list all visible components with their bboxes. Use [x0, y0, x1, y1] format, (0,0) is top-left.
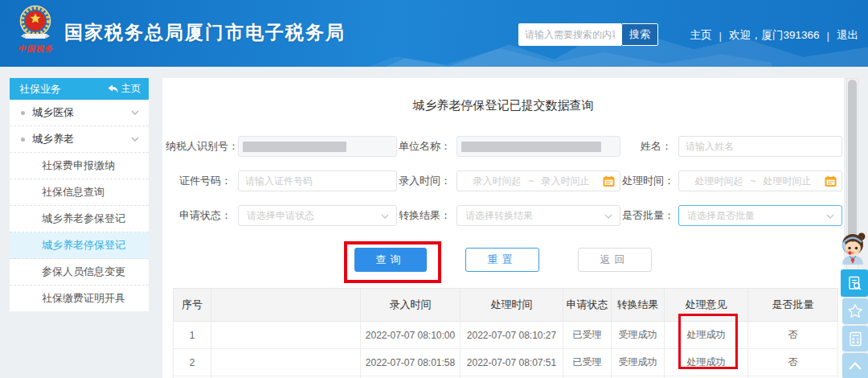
- calendar-icon[interactable]: [603, 175, 615, 187]
- scrollbar-thumb[interactable]: [848, 80, 857, 245]
- is-batch-select[interactable]: 请选择是否批量: [678, 205, 842, 226]
- table-row: 1 2022-07-07 08:10:00 2022-07-07 08:10:2…: [174, 322, 838, 349]
- tax-bureau-logo: 中国税务: [13, 4, 58, 55]
- nav-home-link[interactable]: 主页: [690, 28, 711, 43]
- sidebar-item-payment-cert[interactable]: 社保缴费证明开具: [10, 286, 149, 311]
- calendar-icon[interactable]: [825, 175, 837, 187]
- redacted-value: [461, 142, 601, 152]
- sidebar-header: 社保业务 主页: [10, 78, 149, 100]
- apply-status-select[interactable]: 请选择申请状态: [238, 205, 397, 226]
- separator: |: [719, 30, 722, 42]
- header-search-button[interactable]: 搜索: [621, 23, 658, 46]
- is-batch-label: 是否批量：: [622, 208, 677, 223]
- col-apply-status: 申请状态: [563, 289, 612, 322]
- table-row: 2 2022-07-07 08:01:58 2022-07-07 08:07:5…: [174, 349, 838, 376]
- col-process-remark: 处理意见: [665, 289, 748, 322]
- calculator-icon: [848, 331, 863, 347]
- sidebar-group-urban-pension[interactable]: 城乡养老: [10, 126, 149, 153]
- unit-name-label: 单位名称：: [399, 139, 455, 154]
- document-search-tool[interactable]: [841, 269, 868, 297]
- taxpayer-id-field: [238, 136, 397, 157]
- reply-arrow-icon: [108, 84, 118, 93]
- col-process-time: 处理时间: [461, 289, 563, 322]
- favorite-star-tool[interactable]: [842, 298, 868, 324]
- back-to-top-tool[interactable]: [842, 353, 868, 378]
- bullet-icon: [21, 111, 25, 115]
- main-panel: 城乡养老停保登记已提交数据查询 纳税人识别号： 单位名称： 姓名： 证件号码： …: [162, 78, 844, 378]
- col-entry-time: 录入时间: [361, 289, 461, 322]
- col-blank: [211, 289, 361, 322]
- results-table: 序号 录入时间 处理时间 申请状态 转换结果 处理意见 是否批量 1 2022-…: [173, 288, 838, 378]
- sidebar-item-pension-stop-register[interactable]: 城乡养老停保登记: [10, 232, 149, 259]
- process-time-label: 处理时间：: [622, 174, 677, 188]
- floating-toolbar: [839, 231, 868, 378]
- sidebar-item-fee-declare[interactable]: 社保费申报缴纳: [10, 153, 149, 179]
- chevron-down-icon: [381, 214, 389, 219]
- entry-time-label: 录入时间：: [399, 174, 455, 188]
- header-search: 搜索: [518, 23, 658, 46]
- chevron-down-icon: [604, 214, 612, 219]
- chevron-up-icon: [847, 360, 863, 372]
- unit-name-field: [457, 136, 620, 157]
- screen: 中国税务 国家税务总局厦门市电子税务局 搜索 主页 | 欢迎，厦门391366 …: [0, 0, 868, 378]
- header-links: 主页 | 欢迎，厦门391366 | 退出: [690, 28, 858, 43]
- star-icon: [847, 303, 863, 319]
- sidebar-group-urban-medical[interactable]: 城乡医保: [10, 100, 149, 126]
- site-title: 国家税务总局厦门市电子税务局: [64, 20, 346, 45]
- sidebar-item-person-info-change[interactable]: 参保人员信息变更: [10, 259, 149, 286]
- customer-service-avatar[interactable]: [836, 231, 868, 265]
- form-buttons: 查询 重置 返回: [162, 248, 844, 272]
- sidebar-item-info-query[interactable]: 社保信息查询: [10, 179, 149, 206]
- welcome-text: 欢迎，厦门391366: [729, 28, 820, 43]
- table-header-row: 序号 录入时间 处理时间 申请状态 转换结果 处理意见 是否批量: [174, 289, 838, 322]
- chevron-down-icon: [131, 110, 139, 115]
- entry-time-range[interactable]: 录入时间起 ~ 录入时间止: [457, 171, 620, 191]
- document-search-icon: [847, 276, 862, 291]
- reset-button[interactable]: 重置: [465, 248, 539, 272]
- cert-no-input[interactable]: [238, 171, 397, 191]
- bullet-icon: [21, 138, 25, 142]
- query-button[interactable]: 查询: [354, 248, 427, 272]
- convert-result-select[interactable]: 请选择转换结果: [457, 205, 620, 226]
- sidebar-item-pension-register[interactable]: 城乡养老参保登记: [10, 206, 149, 232]
- taxpayer-id-label: 纳税人识别号：: [166, 139, 236, 154]
- logo-caption: 中国税务: [13, 43, 58, 55]
- redacted-value: [243, 142, 346, 152]
- name-label: 姓名：: [622, 139, 677, 154]
- sidebar-home-link[interactable]: 主页: [108, 82, 141, 96]
- calculator-tool[interactable]: [842, 326, 868, 351]
- col-convert-result: 转换结果: [612, 289, 665, 322]
- chevron-down-icon: [131, 137, 139, 142]
- page-title: 城乡养老停保登记已提交数据查询: [162, 98, 844, 113]
- back-button[interactable]: 返回: [578, 248, 652, 272]
- sidebar: 社保业务 主页 城乡医保 城乡养老 社保费申报缴纳 社保信息查询: [10, 78, 149, 311]
- cert-no-label: 证件号码：: [166, 174, 236, 188]
- col-is-batch: 是否批量: [748, 289, 838, 322]
- chevron-down-icon: [826, 214, 834, 219]
- col-seq: 序号: [174, 289, 211, 322]
- tax-emblem-icon: [17, 4, 54, 43]
- top-header: 中国税务 国家税务总局厦门市电子税务局 搜索 主页 | 欢迎，厦门391366 …: [0, 0, 868, 67]
- logout-link[interactable]: 退出: [837, 28, 858, 43]
- apply-status-label: 申请状态：: [166, 208, 236, 223]
- sidebar-title: 社保业务: [19, 82, 61, 97]
- name-input[interactable]: [678, 136, 842, 157]
- query-form: 纳税人识别号： 单位名称： 姓名： 证件号码： 录入时间： 录入时间起 ~ 录入…: [166, 136, 844, 226]
- convert-result-label: 转换结果：: [399, 208, 455, 223]
- header-search-input[interactable]: [518, 23, 621, 46]
- separator: |: [826, 30, 829, 42]
- process-time-range[interactable]: 处理时间起 ~ 处理时间止: [678, 171, 842, 191]
